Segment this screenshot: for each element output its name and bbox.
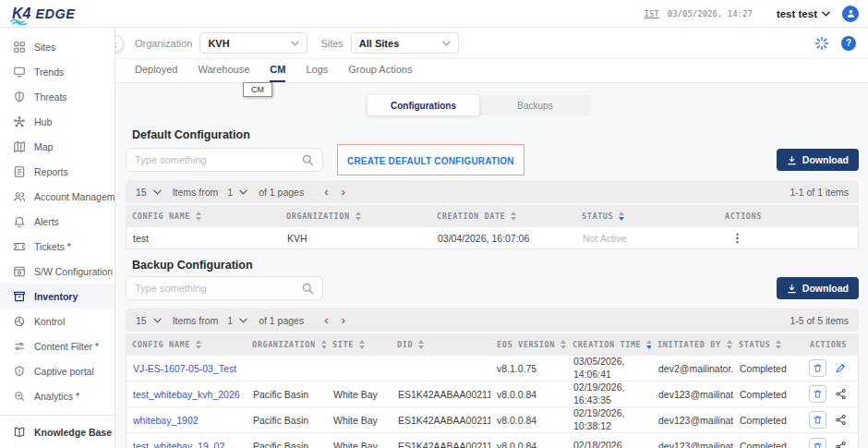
share-button[interactable] xyxy=(835,388,847,400)
sites-value: All Sites xyxy=(359,38,399,49)
cell-site: White Bay xyxy=(327,441,392,448)
sidebar-item-sw-configuration[interactable]: S/W Configuration xyxy=(0,259,115,284)
cell-creation-date: 03/04/2026, 16:07:06 xyxy=(431,233,576,244)
delete-button[interactable] xyxy=(809,359,826,377)
sort-icon xyxy=(418,340,424,349)
tab-logs[interactable]: Logs xyxy=(306,64,328,82)
column-header-site[interactable]: SITE xyxy=(326,340,391,349)
prev-page-button[interactable]: ‹ xyxy=(324,186,328,198)
share-button[interactable] xyxy=(835,414,847,426)
column-header-eos-version[interactable]: EOS VERSION xyxy=(489,340,566,349)
column-header-initiated-by[interactable]: INITIATED BY xyxy=(651,340,732,349)
table-row[interactable]: VJ-ES-1607-05-03_Test v8.1.0.75 03/05/20… xyxy=(127,356,858,381)
default-download-button[interactable]: Download xyxy=(777,149,859,171)
sidebar-item-label: Analytics * xyxy=(34,391,79,402)
cell-eos-version: v8.1.0.75 xyxy=(490,363,567,374)
burst-icon[interactable] xyxy=(814,36,829,51)
column-header-creation-date[interactable]: CREATION DATE xyxy=(430,212,575,221)
page-size-chevron-icon[interactable] xyxy=(153,189,162,195)
pages-count-label: of 1 pages xyxy=(259,315,304,326)
sidebar-item-reports[interactable]: Reports xyxy=(0,159,115,184)
software-config-icon xyxy=(13,265,26,278)
page-number-value[interactable]: 1 xyxy=(227,187,233,198)
create-default-configuration-button[interactable]: CREATE DEFAULT CONFIGURATION xyxy=(347,156,514,166)
column-header-creation-time[interactable]: CREATION TIME xyxy=(566,340,651,349)
sidebar-item-knowledge-base[interactable]: Knowledge Base xyxy=(0,415,115,448)
backup-configuration-title: Backup Configuration xyxy=(132,259,859,272)
default-search-input[interactable] xyxy=(135,154,296,165)
sidebar-item-alerts[interactable]: Alerts xyxy=(0,209,115,234)
help-icon[interactable]: ? xyxy=(841,36,856,51)
share-button[interactable] xyxy=(835,441,847,448)
tab-warehouse[interactable]: Warehouse xyxy=(198,64,249,82)
sidebar-item-kontrol[interactable]: Kontrol xyxy=(0,309,115,333)
row-menu-kebab-icon[interactable]: ⋮ xyxy=(719,231,858,245)
page-number-chevron-icon[interactable] xyxy=(239,318,247,323)
sidebar-item-inventory[interactable]: Inventory xyxy=(0,284,115,309)
page-size-chevron-icon[interactable] xyxy=(153,318,162,323)
toggle-backups[interactable]: Backups xyxy=(479,95,591,115)
delete-button[interactable] xyxy=(809,438,826,448)
page-size-value[interactable]: 15 xyxy=(136,315,147,326)
backup-download-button[interactable]: Download xyxy=(777,277,859,299)
logo-wave-icon xyxy=(10,18,32,25)
column-header-organization[interactable]: ORGANIZATION xyxy=(280,212,430,221)
sidebar-item-captive-portal[interactable]: Captive portal xyxy=(0,358,115,383)
cell-organization: Pacific Basin xyxy=(247,389,327,400)
organization-select[interactable]: KVH xyxy=(199,32,307,54)
sites-label: Sites xyxy=(320,38,343,49)
page-number-value[interactable]: 1 xyxy=(227,315,233,326)
sidebar-item-hub[interactable]: Hub xyxy=(0,109,115,134)
sidebar-item-label: Content Filter * xyxy=(34,341,99,352)
sidebar-item-trends[interactable]: Trends xyxy=(0,59,115,84)
sidebar-item-sites[interactable]: Sites xyxy=(0,34,115,59)
column-header-did[interactable]: DID xyxy=(391,340,489,349)
column-header-config-name[interactable]: CONFIG NAME xyxy=(126,340,246,349)
page-number-chevron-icon[interactable] xyxy=(239,189,247,195)
content: Configurations Backups Default Configura… xyxy=(115,83,868,448)
column-header-config-name[interactable]: CONFIG NAME xyxy=(126,212,280,221)
tab-deployed[interactable]: Deployed xyxy=(135,64,177,82)
table-row[interactable]: whitebay_1902 Pacific Basin White Bay ES… xyxy=(127,407,858,433)
table-row[interactable]: test KVH 03/04/2026, 16:07:06 Not Active… xyxy=(127,227,858,248)
cell-config-name-link[interactable]: whitebay_1902 xyxy=(127,415,247,426)
cell-config-name-link[interactable]: test_whitebay_kvh_2026 xyxy=(127,389,247,400)
prev-page-button[interactable]: ‹ xyxy=(324,314,328,326)
sidebar-item-map[interactable]: Map xyxy=(0,134,115,159)
sidebar-item-content-filter[interactable]: Content Filter * xyxy=(0,333,115,358)
toggle-configurations[interactable]: Configurations xyxy=(368,95,479,115)
sidebar-item-tickets[interactable]: Tickets * xyxy=(0,234,115,259)
sidebar-item-threats[interactable]: Threats xyxy=(0,84,115,109)
sort-icon xyxy=(511,212,516,221)
column-header-actions: ACTIONS xyxy=(718,212,859,221)
chevron-down-icon xyxy=(822,11,830,17)
tab-cm[interactable]: CM xyxy=(270,64,285,82)
next-page-button[interactable]: › xyxy=(342,186,345,198)
column-header-status[interactable]: STATUS xyxy=(575,212,718,221)
backup-search-input[interactable] xyxy=(135,283,296,294)
page-size-value[interactable]: 15 xyxy=(136,187,147,198)
column-header-status[interactable]: STATUS xyxy=(732,340,803,349)
edit-button[interactable] xyxy=(835,362,847,374)
column-header-organization[interactable]: ORGANIZATION xyxy=(246,340,326,349)
sidebar-item-analytics[interactable]: Analytics * xyxy=(0,383,115,408)
cell-config-name-link[interactable]: VJ-ES-1607-05-03_Test xyxy=(127,363,247,374)
avatar[interactable] xyxy=(842,6,859,22)
sidebar-item-account-management[interactable]: Account Management xyxy=(0,184,115,209)
user-menu[interactable]: test test xyxy=(777,8,830,19)
cell-config-name: test xyxy=(127,233,281,244)
cell-organization: Pacific Basin xyxy=(247,415,327,426)
cell-status: Completed xyxy=(733,441,804,448)
sidebar-item-label: Knowledge Base xyxy=(34,427,112,438)
table-row[interactable]: test_whitebay_19_02 Pacific Basin White … xyxy=(127,433,858,448)
timezone-label[interactable]: IST xyxy=(645,9,659,18)
share-icon xyxy=(835,441,847,448)
tab-group-actions[interactable]: Group Actions xyxy=(348,64,412,82)
main-area: ‹ Organization KVH Sites All Sites ? Dep… xyxy=(115,28,868,448)
table-row[interactable]: test_whitebay_kvh_2026 Pacific Basin Whi… xyxy=(127,381,858,407)
sites-select[interactable]: All Sites xyxy=(351,32,459,54)
delete-button[interactable] xyxy=(809,385,826,403)
cell-config-name-link[interactable]: test_whitebay_19_02 xyxy=(127,441,247,448)
next-page-button[interactable]: › xyxy=(342,314,345,326)
delete-button[interactable] xyxy=(809,411,826,429)
